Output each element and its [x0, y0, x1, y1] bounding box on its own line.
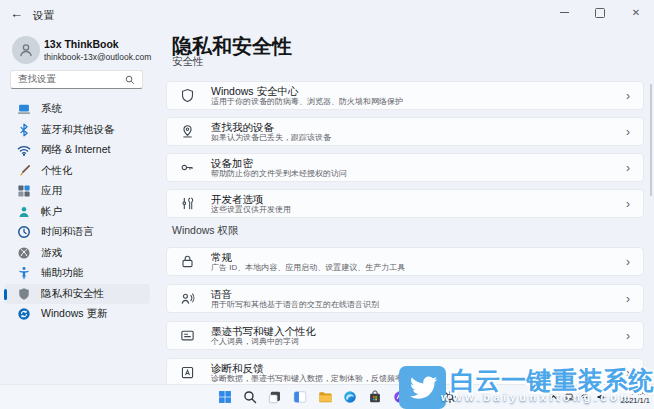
shield-icon — [17, 287, 31, 301]
chevron-right-icon: › — [626, 126, 630, 138]
xbox-icon — [17, 246, 31, 260]
search-icon — [125, 75, 135, 85]
sidebar-item-bluetooth-devices[interactable]: 蓝牙和其他设备 — [4, 120, 150, 141]
tools-icon — [180, 196, 195, 211]
task-view-icon[interactable] — [266, 388, 283, 405]
card-title: Windows 安全中心 — [211, 85, 626, 97]
card-title: 墨迹书写和键入个性化 — [211, 325, 626, 337]
sidebar-item-apps[interactable]: 应用 — [4, 181, 150, 202]
account-email: thinkbook-13x@outlook.com — [44, 52, 151, 62]
sidebar-item-label: 隐私和安全性 — [41, 287, 104, 301]
section-header-security: 安全性 — [172, 55, 204, 69]
account-name: 13x ThinkBook — [44, 38, 119, 50]
chevron-right-icon: › — [626, 198, 630, 210]
apps-icon — [17, 184, 31, 198]
text-box-icon — [180, 328, 195, 343]
accounts-icon — [17, 205, 31, 219]
sidebar-item-gaming[interactable]: 游戏 — [4, 243, 150, 264]
chevron-right-icon: › — [626, 90, 630, 102]
sidebar-item-accounts[interactable]: 帐户 — [4, 202, 150, 223]
maximize-button[interactable] — [582, 0, 618, 25]
card-title: 查找我的设备 — [211, 121, 626, 133]
sidebar-item-system[interactable]: 系统 — [4, 99, 150, 120]
card-subtitle: 诊断数据，墨迹书写和键入数据，定制体验，反馈频率 — [211, 374, 626, 384]
scrollbar[interactable] — [650, 84, 652, 196]
search-placeholder: 查找设置 — [18, 73, 56, 86]
speech-icon — [180, 291, 195, 306]
tray-chevron-up-icon[interactable] — [549, 393, 558, 402]
window-controls: ✕ — [546, 0, 654, 25]
card-device-encryption[interactable]: 设备加密 帮助防止你的文件受到未经授权的访问 › — [166, 153, 644, 182]
sidebar-item-time-language[interactable]: 时间和语言 — [4, 222, 150, 243]
back-button[interactable]: ← — [10, 6, 23, 21]
sidebar-nav: 系统 蓝牙和其他设备 网络 & Internet 个性化 应用 帐户 时间和 — [4, 99, 150, 325]
brush-icon — [17, 164, 31, 178]
diagnostics-icon — [180, 365, 195, 380]
card-diagnostics-feedback[interactable]: 诊断和反馈 诊断数据，墨迹书写和键入数据，定制体验，反馈频率 › — [166, 358, 644, 387]
tray-date: 2021/1/1 — [621, 397, 650, 406]
find-device-icon — [180, 124, 195, 139]
store-icon[interactable] — [366, 388, 383, 405]
edge-icon[interactable] — [341, 388, 358, 405]
sidebar-item-accessibility[interactable]: 辅助功能 — [4, 263, 150, 284]
search-input[interactable]: 查找设置 — [10, 70, 143, 89]
chevron-right-icon: › — [626, 367, 630, 379]
sidebar-item-label: 帐户 — [41, 205, 62, 219]
accessibility-icon — [17, 266, 31, 280]
update-icon — [17, 307, 31, 321]
card-title: 开发者选项 — [211, 193, 626, 205]
shield-outline-icon — [180, 88, 195, 103]
sidebar-item-privacy-security[interactable]: 隐私和安全性 — [4, 284, 150, 305]
wifi-icon — [17, 143, 31, 157]
person-icon — [18, 42, 34, 58]
clock[interactable]: 14:40 2021/1/1 — [621, 389, 650, 406]
card-subtitle: 个人词典，词典中的字词 — [211, 337, 626, 347]
card-title: 语音 — [211, 288, 626, 300]
card-windows-security[interactable]: Windows 安全中心 适用于你的设备的防病毒、浏览器、防火墙和网络保护 › — [166, 81, 644, 110]
minimize-button[interactable] — [546, 0, 582, 25]
sidebar-item-label: 游戏 — [41, 246, 62, 260]
card-subtitle: 如果认为设备已丢失，跟踪该设备 — [211, 133, 626, 143]
card-subtitle: 用于听写和其他基于语音的交互的在线语音识别 — [211, 300, 626, 310]
sidebar-item-label: 个性化 — [41, 164, 73, 178]
tray-laptop-icon[interactable] — [564, 392, 574, 402]
widgets-icon[interactable] — [291, 388, 308, 405]
tray-network-icon[interactable] — [580, 392, 590, 402]
card-title: 设备加密 — [211, 157, 626, 169]
sidebar-item-personalization[interactable]: 个性化 — [4, 161, 150, 182]
file-explorer-icon[interactable] — [316, 388, 333, 405]
sidebar-item-label: 蓝牙和其他设备 — [41, 123, 115, 137]
card-inking-typing[interactable]: 墨迹书写和键入个性化 个人词典，词典中的字词 › — [166, 321, 644, 350]
card-title: 常规 — [211, 251, 626, 263]
chevron-right-icon: › — [626, 256, 630, 268]
card-general[interactable]: 常规 广告 ID、本地内容、应用启动、设置建议、生产力工具 › — [166, 247, 644, 276]
lock-icon — [180, 254, 195, 269]
system-tray[interactable] — [549, 392, 606, 402]
system-icon — [17, 102, 31, 116]
avatar — [12, 36, 40, 64]
card-speech[interactable]: 语音 用于听写和其他基于语音的交互的在线语音识别 › — [166, 284, 644, 313]
start-button[interactable] — [216, 388, 233, 405]
bluetooth-icon — [17, 123, 31, 137]
card-developer-options[interactable]: 开发者选项 这些设置仅供开发使用 › — [166, 189, 644, 218]
sidebar-item-windows-update[interactable]: Windows 更新 — [4, 304, 150, 325]
sidebar-item-label: 辅助功能 — [41, 266, 83, 280]
settings-gear-icon[interactable] — [441, 388, 458, 405]
close-button[interactable]: ✕ — [618, 0, 654, 25]
sidebar-item-label: 网络 & Internet — [41, 143, 110, 157]
key-icon — [180, 160, 195, 175]
card-find-my-device[interactable]: 查找我的设备 如果认为设备已丢失，跟踪该设备 › — [166, 117, 644, 146]
taskbar-search-icon[interactable] — [241, 388, 258, 405]
sidebar-item-label: 时间和语言 — [41, 225, 94, 239]
sidebar-item-network[interactable]: 网络 & Internet — [4, 140, 150, 161]
chevron-right-icon: › — [626, 162, 630, 174]
sidebar-item-label: 应用 — [41, 184, 62, 198]
card-subtitle: 这些设置仅供开发使用 — [211, 205, 626, 215]
chevron-right-icon: › — [626, 293, 630, 305]
app-blue-icon[interactable] — [416, 388, 433, 405]
sidebar-item-label: 系统 — [41, 102, 62, 116]
card-subtitle: 广告 ID、本地内容、应用启动、设置建议、生产力工具 — [211, 263, 626, 273]
window-title: 设置 — [33, 9, 54, 23]
app-purple-icon[interactable] — [391, 388, 408, 405]
tray-volume-icon[interactable] — [596, 392, 606, 402]
